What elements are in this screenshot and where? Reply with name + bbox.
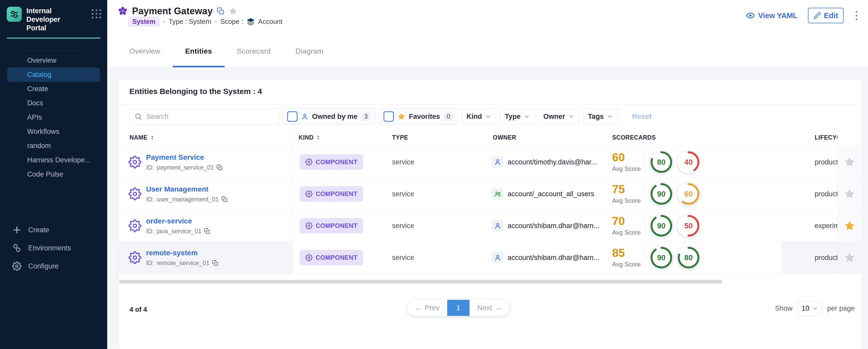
tags-dropdown-label: Tags [588,113,603,121]
owned-by-me-checkbox[interactable] [287,111,298,122]
sidebar-nav: Overview Catalog Create Docs APIs Workfl… [0,53,107,182]
kind-cell: COMPONENT [300,242,363,274]
kind-chip-label: COMPONENT [316,254,358,261]
more-options-icon[interactable] [854,9,859,22]
eye-icon [746,11,755,20]
tab-overview[interactable]: Overview [129,47,173,67]
system-icon [118,6,128,16]
table-header: NAME KIND TYPE OWNER SCORECARDS LIFECY [119,129,862,146]
owner-cell: account/shibam.dhar@harn... [492,210,599,242]
table-row[interactable]: User Management ID: user_management_01 C… [119,178,862,210]
copy-icon[interactable] [217,7,224,15]
page-title: Payment Gateway [132,6,213,17]
owned-by-me-count: 3 [361,112,371,121]
reset-filters-button[interactable]: Reset [632,113,652,121]
user-icon [492,156,503,168]
entity-name-link[interactable]: order-service [146,217,210,225]
owned-by-me-filter[interactable]: Owned by me 3 [283,108,375,125]
app-switcher-icon[interactable] [92,9,101,19]
kind-dropdown[interactable]: Kind [461,108,496,125]
sidebar-bottom-create[interactable]: Create [0,221,107,239]
scorecard-gauge[interactable]: 90 [650,214,673,237]
scorecard-gauge[interactable]: 60 [677,183,700,205]
entity-name-link[interactable]: Payment Service [146,153,223,162]
app-logo-icon[interactable] [7,7,22,22]
sidebar-item-code-pulse[interactable]: Code Pulse [7,167,100,182]
scorecards-cell: 60 Avg Score 80 40 [612,146,700,178]
entity-name-link[interactable]: remote-system [146,249,218,257]
table-row[interactable]: Payment Service ID: payment_service_01 C… [119,146,862,178]
brand: Internal Developer Portal [0,0,107,32]
scorecard-gauge[interactable]: 80 [650,151,673,173]
sidebar-bottom-environments[interactable]: Environments [0,239,107,257]
scorecard-gauge[interactable]: 40 [677,151,700,173]
sidebar-item-catalog[interactable]: Catalog [7,68,100,82]
favorite-star[interactable] [838,210,862,242]
favorites-filter[interactable]: Favorites 0 [379,108,458,125]
scorecard-gauge[interactable]: 90 [650,246,673,269]
favorite-star[interactable] [838,146,862,178]
scope-label: Scope : [220,18,243,26]
favorites-checkbox[interactable] [383,111,394,122]
type-cell: service [392,178,414,210]
kind-chip-label: COMPONENT [316,190,358,197]
entity-id: ID: payment_service_01 [146,164,223,171]
favorite-star[interactable] [838,178,862,210]
table-row[interactable]: remote-system ID: remote_service_01 COMP… [119,242,862,274]
entity-name-link[interactable]: User Management [146,185,228,193]
sidebar-item-apis[interactable]: APIs [7,110,100,125]
scorecard-gauge[interactable]: 80 [677,246,700,269]
sidebar-bottom-environments-label: Environments [28,244,71,252]
lifecycle-header-label: LIFECYCLE [815,134,837,141]
sidebar-item-harness-developer[interactable]: Harness Develope... [7,153,100,167]
chevron-down-icon [812,306,818,311]
next-page-button[interactable]: Next → [469,300,509,316]
show-label: Show [775,305,793,313]
tags-dropdown[interactable]: Tags [583,108,618,125]
sidebar-item-docs[interactable]: Docs [7,96,100,110]
id-value: user_management_01 [157,196,219,203]
scorecard-gauge[interactable]: 90 [650,183,673,205]
view-yaml-button[interactable]: View YAML [746,11,798,20]
name-cell: remote-system ID: remote_service_01 [128,242,218,274]
favorite-star-icon[interactable] [229,7,238,15]
scorecard-gauge[interactable]: 50 [677,214,700,237]
sort-icon[interactable] [150,135,155,140]
column-header-kind[interactable]: KIND [299,129,321,146]
sidebar-item-workflows[interactable]: Workflows [7,125,100,139]
arrow-right-icon: → [495,304,502,312]
type-cell: service [392,146,414,178]
prev-page-button[interactable]: ← Prev [407,300,447,316]
sidebar-item-create[interactable]: Create [7,82,100,96]
table-row[interactable]: order-service ID: java_service_01 COMPON… [119,210,862,242]
tab-scorecard[interactable]: Scorecard [224,47,283,67]
type-dropdown[interactable]: Type [500,108,535,125]
favorite-star[interactable] [838,242,862,274]
scorecards-cell: 85 Avg Score 90 80 [612,242,700,274]
pencil-icon [814,12,821,19]
page-number-current[interactable]: 1 [447,300,469,316]
sort-icon[interactable] [316,135,321,140]
filter-bar: Owned by me 3 Favorites 0 Kind Type Owne… [129,108,652,125]
edit-button[interactable]: Edit [808,8,844,23]
copy-icon[interactable] [216,164,223,170]
component-gear-icon [128,219,142,232]
tab-entities[interactable]: Entities [173,47,224,67]
id-label: ID: [146,259,154,267]
column-header-lifecycle: LIFECYCLE [815,129,837,146]
column-header-name[interactable]: NAME [129,129,155,146]
favorites-label: Favorites [409,113,440,121]
copy-icon[interactable] [204,228,210,234]
page-size-select[interactable]: 10 [797,301,823,316]
sidebar-item-overview[interactable]: Overview [7,53,100,68]
sidebar-item-random[interactable]: random [7,139,100,153]
copy-icon[interactable] [212,260,218,266]
horizontal-scrollbar[interactable] [119,280,722,284]
owner-text: account/_account_all_users [507,190,594,198]
owner-dropdown[interactable]: Owner [538,108,579,125]
search-input[interactable] [146,113,274,121]
tab-diagram[interactable]: Diagram [283,47,336,67]
sidebar-bottom-configure[interactable]: Configure [0,257,107,275]
copy-icon[interactable] [221,196,228,202]
chevron-down-icon [568,114,575,120]
